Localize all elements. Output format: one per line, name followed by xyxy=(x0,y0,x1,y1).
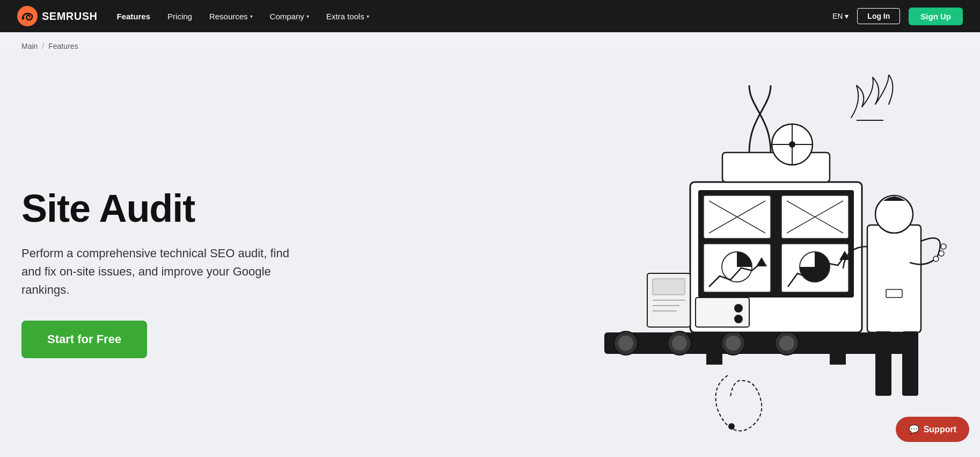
hero-illustration xyxy=(540,75,980,451)
support-button[interactable]: 💬 Support xyxy=(896,417,969,442)
nav-item-extra-tools[interactable]: Extra tools ▾ xyxy=(326,12,369,21)
svg-point-31 xyxy=(734,304,743,313)
hero-description: Perform a comprehensive technical SEO au… xyxy=(21,244,311,299)
svg-rect-38 xyxy=(706,332,722,365)
svg-point-43 xyxy=(939,251,944,256)
nav-item-company[interactable]: Company ▾ xyxy=(270,12,309,21)
nav-link-pricing[interactable]: Pricing xyxy=(167,12,192,21)
semrush-logo-icon xyxy=(17,6,38,26)
nav-item-resources[interactable]: Resources ▾ xyxy=(209,12,253,21)
hero-section: Site Audit Perform a comprehensive techn… xyxy=(0,50,980,457)
breadcrumb-separator: / xyxy=(42,42,44,50)
svg-point-4 xyxy=(618,336,633,351)
support-label: Support xyxy=(924,425,956,434)
hero-content: Site Audit Perform a comprehensive techn… xyxy=(21,167,311,358)
logo-link[interactable]: SEMRUSH xyxy=(17,6,98,26)
svg-point-44 xyxy=(941,244,946,249)
nav-link-resources[interactable]: Resources ▾ xyxy=(209,12,253,21)
breadcrumb-current: Features xyxy=(48,42,78,50)
logo-text: SEMRUSH xyxy=(42,10,98,23)
nav-link-company[interactable]: Company ▾ xyxy=(270,12,309,21)
nav-links: Features Pricing Resources ▾ Company ▾ xyxy=(117,12,369,21)
navbar: SEMRUSH Features Pricing Resources ▾ xyxy=(0,0,980,32)
login-button[interactable]: Log In xyxy=(857,8,900,24)
nav-link-features[interactable]: Features xyxy=(117,12,151,21)
svg-rect-39 xyxy=(830,332,846,365)
svg-rect-45 xyxy=(875,331,891,396)
svg-point-8 xyxy=(726,336,741,351)
chevron-down-icon: ▾ xyxy=(306,13,309,19)
svg-rect-30 xyxy=(696,298,749,327)
chevron-down-icon: ▾ xyxy=(367,13,369,19)
nav-link-extra-tools[interactable]: Extra tools ▾ xyxy=(326,12,369,21)
svg-point-41 xyxy=(875,195,913,233)
svg-point-32 xyxy=(734,315,743,323)
chevron-down-icon: ▾ xyxy=(845,12,849,20)
svg-rect-34 xyxy=(653,279,685,295)
navbar-right: EN ▾ Log In Sign Up xyxy=(832,8,963,25)
breadcrumb-home[interactable]: Main xyxy=(21,42,38,50)
svg-point-42 xyxy=(933,256,939,262)
chevron-down-icon: ▾ xyxy=(250,13,253,19)
svg-rect-19 xyxy=(704,244,771,292)
svg-point-6 xyxy=(672,336,687,351)
svg-rect-40 xyxy=(867,225,921,332)
svg-point-48 xyxy=(728,423,735,430)
breadcrumb: Main / Features xyxy=(0,32,980,50)
navbar-left: SEMRUSH Features Pricing Resources ▾ xyxy=(17,6,369,26)
svg-rect-2 xyxy=(604,332,905,354)
nav-item-features[interactable]: Features xyxy=(117,12,151,21)
language-selector[interactable]: EN ▾ xyxy=(832,12,849,20)
start-for-free-button[interactable]: Start for Free xyxy=(21,321,147,358)
nav-item-pricing[interactable]: Pricing xyxy=(167,12,192,21)
chat-icon: 💬 xyxy=(909,424,919,434)
hero-title: Site Audit xyxy=(21,188,311,229)
svg-point-1 xyxy=(22,17,25,20)
svg-point-10 xyxy=(779,336,794,351)
signup-button[interactable]: Sign Up xyxy=(909,8,963,25)
svg-rect-46 xyxy=(902,331,918,396)
